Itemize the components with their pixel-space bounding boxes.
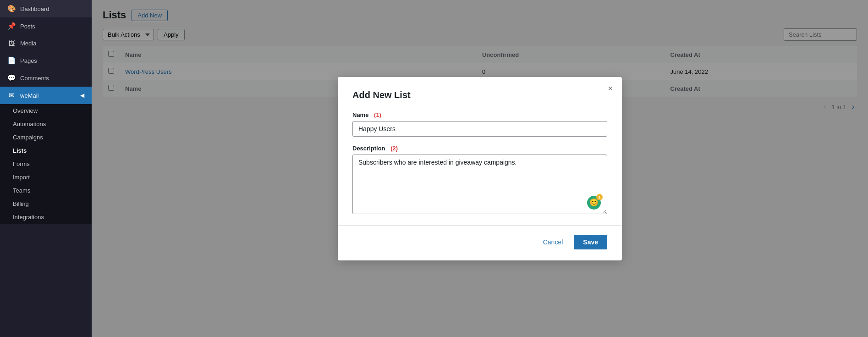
- description-label: Description (2): [352, 145, 607, 152]
- textarea-wrapper: 😊 1: [352, 155, 607, 216]
- emoji-button[interactable]: 😊 1: [587, 196, 601, 210]
- description-form-group: Description (2) 😊 1: [352, 145, 607, 216]
- sidebar-item-lists[interactable]: Lists: [0, 144, 92, 157]
- pages-icon: 📄: [7, 56, 16, 65]
- modal-footer: Cancel Save: [352, 235, 607, 249]
- sidebar-item-campaigns[interactable]: Campaigns: [0, 131, 92, 144]
- wemail-arrow-icon: ◀: [80, 92, 84, 99]
- sidebar-item-media[interactable]: 🖼 Media: [0, 35, 92, 52]
- sidebar-item-integrations[interactable]: Integrations: [0, 210, 92, 224]
- sidebar-item-dashboard[interactable]: 🎨 Dashboard: [0, 0, 92, 17]
- sidebar-submenu: Overview Automations Campaigns Lists For…: [0, 104, 92, 224]
- name-label: Name (1): [352, 111, 607, 118]
- name-form-group: Name (1): [352, 111, 607, 137]
- posts-icon: 📌: [7, 22, 16, 30]
- emoji-notification-badge: 1: [596, 194, 603, 200]
- sidebar-item-overview[interactable]: Overview: [0, 104, 92, 117]
- sidebar-item-billing[interactable]: Billing: [0, 197, 92, 210]
- media-icon: 🖼: [7, 39, 16, 47]
- wemail-icon: ✉: [7, 91, 16, 99]
- sidebar-item-comments[interactable]: 💬 Comments: [0, 69, 92, 87]
- main-content: Lists Add New Bulk Actions Apply Name Un…: [92, 0, 868, 337]
- sidebar-item-wemail[interactable]: ✉ weMail ◀: [0, 87, 92, 104]
- sidebar: 🎨 Dashboard 📌 Posts 🖼 Media 📄 Pages 💬 Co…: [0, 0, 92, 337]
- sidebar-item-forms[interactable]: Forms: [0, 157, 92, 171]
- sidebar-item-import[interactable]: Import: [0, 171, 92, 184]
- add-new-list-modal: Add New List × Name (1) Description (2) …: [338, 77, 622, 260]
- sidebar-item-pages[interactable]: 📄 Pages: [0, 52, 92, 69]
- list-description-textarea[interactable]: [352, 155, 607, 214]
- sidebar-item-teams[interactable]: Teams: [0, 184, 92, 197]
- comments-icon: 💬: [7, 74, 16, 82]
- dashboard-icon: 🎨: [7, 5, 16, 13]
- cancel-button[interactable]: Cancel: [537, 235, 570, 249]
- modal-title: Add New List: [352, 90, 607, 100]
- sidebar-item-posts[interactable]: 📌 Posts: [0, 17, 92, 35]
- modal-divider: [338, 225, 622, 226]
- sidebar-item-automations[interactable]: Automations: [0, 117, 92, 131]
- modal-overlay: Add New List × Name (1) Description (2) …: [92, 0, 868, 337]
- modal-close-button[interactable]: ×: [608, 84, 613, 93]
- list-name-input[interactable]: [352, 121, 607, 137]
- save-button[interactable]: Save: [574, 235, 607, 249]
